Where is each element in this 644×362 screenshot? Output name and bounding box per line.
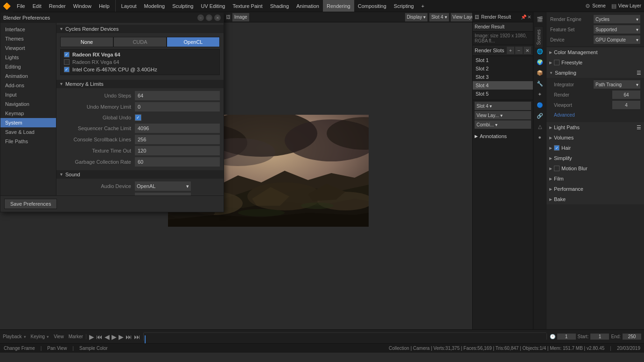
menu-render[interactable]: Render <box>45 0 70 12</box>
ws-sculpting[interactable]: Sculpting <box>168 0 197 12</box>
volumes-section[interactable]: ▶ Volumes <box>546 132 644 143</box>
sampling-menu-icon[interactable]: ☰ <box>637 70 641 76</box>
device-check-2[interactable] <box>64 59 70 65</box>
device-tab-none[interactable]: None <box>60 37 113 47</box>
freestyle-checkbox[interactable] <box>554 60 560 65</box>
device-tab-cuda[interactable]: CUDA <box>113 37 167 47</box>
ws-rendering[interactable]: Rendering <box>323 0 354 12</box>
slot-number-dropdown[interactable]: Slot 4 ▾ <box>475 102 531 110</box>
advanced-label[interactable]: Advanced <box>554 112 574 118</box>
tl-next-frame-btn[interactable]: ▶ <box>119 333 124 341</box>
slot-viewlayer-dropdown[interactable]: View Lay... ▾ <box>475 111 531 119</box>
nav-addons[interactable]: Add-ons <box>0 81 56 90</box>
undo-memory-value[interactable]: 0 <box>135 102 220 111</box>
menu-edit[interactable]: Edit <box>29 0 45 12</box>
material-props-icon[interactable]: ● <box>535 132 545 142</box>
ws-texture[interactable]: Texture Paint <box>229 0 266 12</box>
prefs-minimize-btn[interactable]: − <box>197 14 204 21</box>
nav-navigation[interactable]: Navigation <box>0 99 56 109</box>
timeline-ruler[interactable] <box>144 330 546 343</box>
ws-scripting[interactable]: Scripting <box>390 0 418 12</box>
simplify-section[interactable]: ▶ Simplify <box>546 153 644 163</box>
hair-checkbox[interactable]: ✓ <box>554 145 560 151</box>
device-dropdown[interactable]: GPU Compute ▾ <box>594 35 640 44</box>
menu-help[interactable]: Help <box>95 0 113 12</box>
ws-add-btn[interactable]: + <box>418 0 428 12</box>
constraints-icon[interactable]: 🔗 <box>535 111 545 121</box>
render-props-icon[interactable]: 🎬 <box>535 14 545 24</box>
device-check-3[interactable]: ✓ <box>64 67 70 72</box>
save-preferences-btn[interactable]: Save Preferences <box>4 199 57 209</box>
memory-header[interactable]: ▼ Memory & Limits <box>56 80 224 88</box>
start-frame-input[interactable] <box>590 334 609 340</box>
ws-uv[interactable]: UV Editing <box>197 0 229 12</box>
tl-next-keyframe-btn[interactable]: ⏭ <box>126 333 132 341</box>
motion-blur-checkbox[interactable] <box>554 166 560 171</box>
render-devices-header[interactable]: ▼ Cycles Render Devices <box>56 25 224 33</box>
modifier-props-icon[interactable]: 🔧 <box>535 78 545 89</box>
tl-play-pause-btn[interactable]: ▶ <box>112 333 117 341</box>
light-paths-section[interactable]: ▶ Light Paths ☰ <box>546 122 644 132</box>
slot-item-5[interactable]: Slot 5 <box>473 90 533 98</box>
scene-label[interactable]: Scene <box>592 3 605 8</box>
ws-shading[interactable]: Shading <box>266 0 293 12</box>
nav-keymap[interactable]: Keymap <box>0 109 56 118</box>
channels-dropdown[interactable]: Stereo ▾ <box>135 193 191 195</box>
data-props-icon[interactable]: △ <box>535 121 545 132</box>
render-tab-image[interactable]: Image <box>232 13 249 21</box>
integrator-dropdown[interactable]: Path Tracing ▾ <box>594 80 640 89</box>
sampling-section-header[interactable]: ▼ Sampling ☰ <box>546 68 644 78</box>
slot-pin-btn[interactable]: 📌 <box>521 14 526 20</box>
view-layer-label[interactable]: View Layer <box>618 3 641 8</box>
tl-play-btn[interactable]: ▶ <box>89 333 94 341</box>
performance-section[interactable]: ▶ Performance <box>546 184 644 194</box>
tl-prev-frame-btn[interactable]: ◀ <box>105 333 110 341</box>
light-paths-menu-icon[interactable]: ☰ <box>637 125 641 131</box>
slot-item-4[interactable]: Slot 4 <box>473 81 533 90</box>
bake-section[interactable]: ▶ Bake <box>546 194 644 204</box>
feature-set-dropdown[interactable]: Supported ▾ <box>594 25 640 34</box>
device-tab-opencl[interactable]: OpenCL <box>167 37 220 47</box>
menu-window[interactable]: Window <box>70 0 95 12</box>
film-section[interactable]: ▶ Film <box>546 174 644 184</box>
prefs-close-btn[interactable]: ✕ <box>214 14 221 21</box>
sound-header[interactable]: ▼ Sound <box>56 170 224 179</box>
texture-timeout-value[interactable]: 120 <box>135 146 220 155</box>
nav-viewport[interactable]: Viewport <box>0 43 56 53</box>
ws-modeling[interactable]: Modeling <box>140 0 169 12</box>
hair-section[interactable]: ▶ ✓ Hair <box>546 143 644 153</box>
slot-add-btn[interactable]: + <box>507 47 514 54</box>
slot-close-btn[interactable]: ✕ <box>527 14 531 20</box>
slot-item-1[interactable]: Slot 1 <box>473 56 533 64</box>
particles-props-icon[interactable]: ✦ <box>535 89 545 99</box>
slot-item-2[interactable]: Slot 2 <box>473 64 533 73</box>
tl-prev-keyframe-btn[interactable]: ⏮ <box>96 333 103 341</box>
object-props-icon[interactable]: 📦 <box>535 68 545 78</box>
ws-animation[interactable]: Animation <box>293 0 323 12</box>
device-check-1[interactable]: ✓ <box>64 52 70 57</box>
scenes-tab[interactable]: Scenes <box>534 26 543 48</box>
viewport-samples-value[interactable]: 4 <box>612 101 640 109</box>
nav-system[interactable]: System <box>0 118 56 127</box>
slot-x-btn[interactable]: ✕ <box>524 47 531 54</box>
console-scrollback-value[interactable]: 256 <box>135 135 220 144</box>
render-display-dropdown[interactable]: Display ▾ <box>405 13 428 21</box>
nav-save-load[interactable]: Save & Load <box>0 127 56 137</box>
slot-remove-btn[interactable]: − <box>515 47 523 54</box>
nav-editing[interactable]: Editing <box>0 62 56 71</box>
garbage-collection-value[interactable]: 60 <box>135 157 220 167</box>
marker-menu[interactable]: Marker <box>69 334 83 339</box>
menu-file[interactable]: File <box>13 0 29 12</box>
end-frame-input[interactable] <box>623 334 641 340</box>
slot-item-3[interactable]: Slot 3 <box>473 73 533 81</box>
nav-themes[interactable]: Themes <box>0 34 56 43</box>
physics-props-icon[interactable]: 🔵 <box>535 100 545 110</box>
tl-end-btn[interactable]: ⏭ <box>134 333 140 341</box>
keying-menu[interactable]: Keying <box>31 334 45 339</box>
prefs-maximize-btn[interactable]: □ <box>206 14 212 21</box>
nav-lights[interactable]: Lights <box>0 53 56 62</box>
nav-file-paths[interactable]: File Paths <box>0 137 56 146</box>
current-frame-input[interactable] <box>557 334 576 340</box>
render-slot-dropdown[interactable]: Slot 4 ▾ <box>429 13 448 21</box>
audio-device-dropdown[interactable]: OpenAL ▾ <box>135 181 191 191</box>
